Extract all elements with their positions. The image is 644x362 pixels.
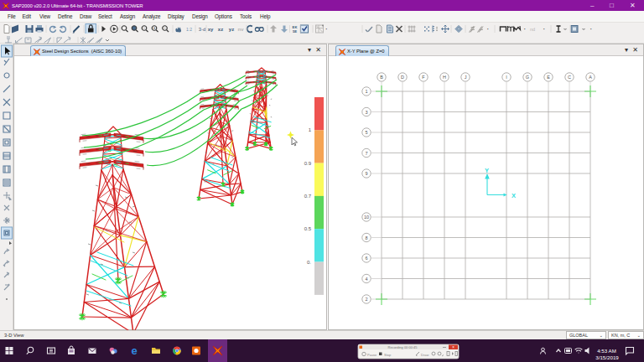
svg-text:0.5: 0.5: [304, 226, 312, 231]
svg-text:Pause: Pause: [367, 353, 377, 357]
svg-text:3: 3: [365, 110, 367, 115]
svg-text:4: 4: [365, 277, 367, 282]
svg-text:E: E: [547, 75, 550, 80]
svg-text:D: D: [401, 75, 404, 80]
svg-text:·: ·: [325, 26, 327, 32]
svg-text:Recording 00:00:45: Recording 00:00:45: [388, 345, 418, 349]
svg-text:0.9: 0.9: [304, 161, 312, 166]
svg-text:6: 6: [365, 256, 367, 261]
svg-text:C: C: [568, 75, 571, 80]
svg-text:xz: xz: [218, 27, 223, 32]
svg-text:yz: yz: [229, 27, 234, 32]
svg-text:·: ·: [590, 26, 592, 32]
svg-text:1: 1: [309, 127, 312, 132]
svg-text:nv: nv: [237, 27, 244, 32]
svg-text:Stop: Stop: [384, 353, 392, 357]
svg-text:7: 7: [365, 151, 367, 156]
svg-text:A: A: [589, 75, 592, 80]
svg-text:0.7: 0.7: [304, 194, 312, 199]
svg-text:−: −: [164, 26, 166, 30]
svg-text:3/15/2019: 3/15/2019: [595, 354, 619, 360]
svg-text:0.: 0.: [307, 260, 311, 265]
svg-text:×: ×: [452, 345, 454, 349]
svg-text:1: 1: [365, 89, 367, 94]
svg-text:10: 10: [364, 215, 369, 220]
svg-text:−: −: [143, 26, 146, 30]
svg-text:·: ·: [543, 26, 545, 32]
svg-text:2: 2: [365, 297, 367, 302]
svg-text:9: 9: [365, 171, 367, 176]
svg-text:8: 8: [365, 235, 367, 240]
svg-text:·: ·: [487, 26, 489, 32]
svg-text:nd: nd: [530, 27, 535, 32]
svg-text:xy: xy: [208, 27, 214, 32]
svg-text:G: G: [526, 75, 529, 80]
svg-text:Draw: Draw: [421, 353, 428, 357]
svg-text:1:2: 1:2: [186, 27, 192, 32]
svg-text:+: +: [153, 26, 156, 30]
svg-text:B: B: [380, 75, 383, 80]
svg-text:J: J: [465, 75, 467, 80]
svg-text:4:53 AM: 4:53 AM: [597, 348, 616, 354]
svg-text:3-d: 3-d: [199, 27, 205, 32]
svg-text:e: e: [131, 344, 137, 357]
svg-text:5: 5: [365, 130, 367, 135]
svg-text:H: H: [443, 75, 446, 80]
svg-text:5E: 5E: [293, 29, 297, 34]
svg-text:Y: Y: [485, 167, 489, 174]
svg-text:·: ·: [524, 26, 526, 32]
svg-text:X: X: [512, 192, 516, 199]
